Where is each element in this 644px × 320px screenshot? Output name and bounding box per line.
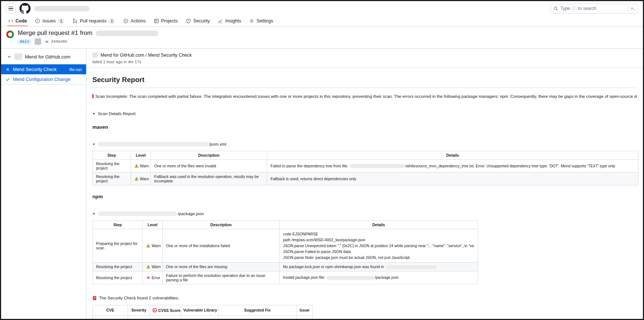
- column-header: Vulnerable Library: [181, 305, 219, 315]
- security-report: Security Report Scan Incomplete: The sca…: [86, 68, 643, 320]
- check-icon: [6, 77, 10, 82]
- table-row: Resolving the project Error Failure to p…: [93, 271, 478, 284]
- redacted-path: [385, 265, 437, 269]
- issues-count-badge: 1: [58, 18, 64, 24]
- table-row: Resolving the project Warn One or more o…: [93, 160, 638, 173]
- table-icon: [154, 18, 159, 24]
- repo-nav: Code Issues 1 Pull requests 1 Actions Pr…: [1, 16, 643, 26]
- github-header: Type/to search >_: [1, 1, 643, 16]
- redacted-app-avatar: [14, 53, 22, 60]
- checks-status-donut-icon: [6, 31, 14, 38]
- pom-xml-toggle[interactable]: ▼ /pom.xml: [92, 142, 637, 146]
- column-header: Details: [267, 151, 638, 160]
- hamburger-menu-button[interactable]: [6, 4, 16, 14]
- pull-requests-count-badge: 1: [109, 18, 115, 24]
- warning-icon: [134, 164, 139, 168]
- pr-title: Merge pull request #1 from: [18, 29, 92, 37]
- avatar: [35, 38, 41, 45]
- table-row: Resolving the project Warn Fallback was …: [93, 173, 638, 185]
- graph-icon: [218, 18, 223, 24]
- shield-icon: [186, 18, 191, 24]
- collapse-triangle-icon: ▼: [92, 143, 95, 146]
- divider: [628, 6, 629, 11]
- tab-insights[interactable]: Insights: [215, 16, 244, 26]
- scan-details-toggle[interactable]: ▼Scan Details Report: [92, 111, 637, 116]
- cvss-icon: [152, 308, 157, 313]
- github-logo-icon[interactable]: [20, 3, 31, 14]
- redacted-path: [326, 276, 374, 280]
- git-pull-request-icon: [72, 18, 78, 24]
- redacted-run-avatar: [92, 53, 98, 58]
- vulnerabilities-summary: The Security Check found 2 vulnerabiliti…: [92, 296, 637, 301]
- tab-security[interactable]: Security: [183, 16, 213, 26]
- column-header: Suggested Fix: [219, 305, 297, 315]
- pr-header: Merge pull request #1 from main 34dae86: [1, 26, 643, 49]
- sidebar-item-mend-configuration-change[interactable]: Mend Configuration Change: [1, 74, 86, 84]
- base-branch-label[interactable]: main: [18, 39, 31, 45]
- issue-opened-icon: [35, 18, 40, 24]
- tab-issues[interactable]: Issues 1: [32, 16, 68, 26]
- redacted-path: [350, 164, 405, 168]
- check-run-pane: Mend for GitHub.com / Mend Security Chec…: [86, 49, 643, 320]
- security-report-icon: [92, 296, 97, 301]
- column-header: Issue: [297, 305, 313, 315]
- maven-heading: maven: [92, 124, 637, 130]
- column-header: Details: [280, 221, 478, 229]
- package-json-toggle[interactable]: ▼ /package.json: [92, 211, 637, 216]
- warning-icon: [146, 243, 151, 248]
- npm-heading: npm: [92, 194, 637, 199]
- column-header: Severity: [128, 305, 150, 315]
- column-header: Step: [93, 151, 131, 160]
- check-status-line: failed 1 hour ago in 4m 17s: [92, 60, 637, 64]
- checks-sidebar: Mend for GitHub.com Mend Security Check …: [1, 49, 86, 320]
- redacted-project-path: [98, 142, 208, 146]
- command-palette-icon[interactable]: >_: [631, 7, 635, 11]
- tab-settings[interactable]: Settings: [246, 16, 276, 26]
- commit-sha-link[interactable]: 34dae86: [51, 39, 67, 44]
- collapse-triangle-icon: ▼: [92, 112, 95, 115]
- column-header: Level: [143, 221, 163, 229]
- tab-pull-requests[interactable]: Pull requests 1: [69, 16, 118, 26]
- gear-icon: [249, 18, 254, 24]
- code-icon: [8, 18, 13, 24]
- check-suite-label: Mend for GitHub.com: [25, 54, 71, 60]
- tab-actions[interactable]: Actions: [120, 16, 149, 26]
- check-run-header: Mend for GitHub.com / Mend Security Chec…: [86, 49, 643, 68]
- column-header: Step: [93, 221, 143, 229]
- collapse-triangle-icon: ▼: [92, 212, 95, 216]
- search-placeholder: Type/to search: [560, 6, 626, 11]
- column-header: CVE: [93, 305, 128, 315]
- npm-scan-table: Step Level Description Details Preparing…: [92, 220, 478, 284]
- warning-icon: [134, 177, 139, 181]
- tab-code[interactable]: Code: [5, 16, 30, 26]
- severity-critical-icon: [131, 319, 136, 320]
- search-input[interactable]: Type/to search >_: [551, 4, 638, 14]
- warning-icon: [146, 264, 151, 269]
- table-row: Resolving the project Warn One or more o…: [93, 263, 478, 271]
- commit-icon: [45, 39, 49, 44]
- redacted-repo-name: [34, 6, 89, 11]
- check-suite-group[interactable]: Mend for GitHub.com: [1, 49, 86, 64]
- browser-window: Type/to search >_ Code Issues 1 Pull req…: [0, 0, 644, 320]
- tab-projects[interactable]: Projects: [151, 16, 181, 26]
- cve-link[interactable]: CVE-2022-23221: [96, 319, 120, 320]
- play-icon: [123, 18, 128, 24]
- redacted-branch-name: [96, 31, 158, 36]
- warning-bar-icon: [92, 94, 93, 98]
- column-header: Description: [163, 221, 280, 229]
- maven-scan-table: Step Level Description Details Resolving…: [92, 151, 638, 185]
- sidebar-item-mend-security-check[interactable]: Mend Security Check Re-run: [1, 64, 86, 74]
- table-row: ▶CVE-2022-23221 Critical 9.2 h2-1.4.181.…: [93, 315, 313, 320]
- scan-incomplete-warning: Scan Incomplete: The scan completed with…: [92, 94, 637, 99]
- check-run-label: Mend Configuration Change: [13, 77, 70, 82]
- error-icon: [146, 275, 151, 280]
- chevron-down-icon: [7, 54, 11, 59]
- search-icon: [553, 6, 558, 11]
- column-header: Description: [151, 151, 267, 160]
- vulnerabilities-table: CVE Severity CVSS Score Vulnerable Libra…: [92, 305, 313, 320]
- report-title: Security Report: [92, 76, 637, 88]
- breadcrumb: Mend for GitHub.com / Mend Security Chec…: [100, 53, 192, 58]
- x-icon: [6, 67, 10, 72]
- rerun-button[interactable]: Re-run: [69, 67, 82, 72]
- redacted-project-path: [98, 211, 177, 216]
